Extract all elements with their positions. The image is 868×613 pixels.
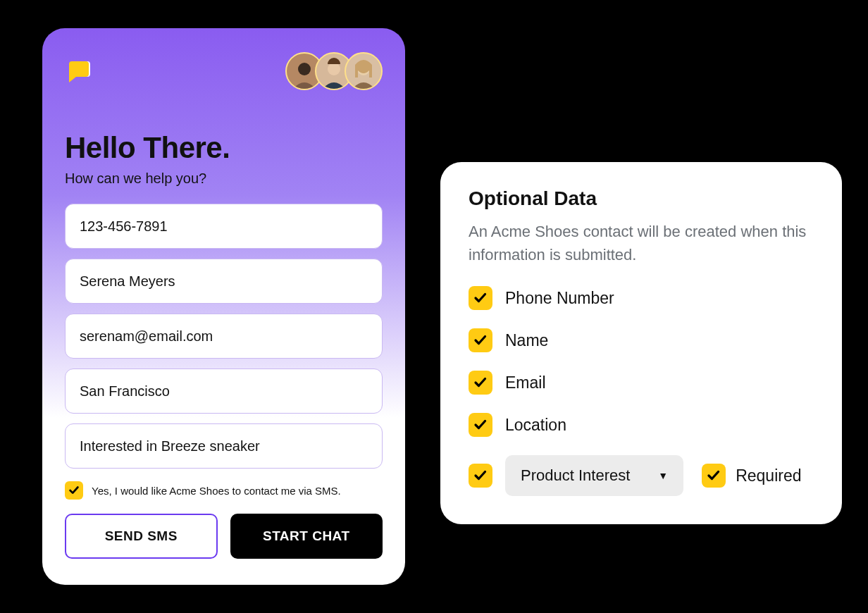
consent-checkbox[interactable] <box>65 481 83 500</box>
option-row-phone: Phone Number <box>469 286 814 310</box>
consent-row: Yes, I would like Acme Shoes to contact … <box>65 481 383 500</box>
settings-title: Optional Data <box>469 187 814 210</box>
option-label: Email <box>505 373 546 392</box>
name-field[interactable]: Serena Meyers <box>65 259 383 304</box>
option-label: Phone Number <box>505 289 614 308</box>
consent-text: Yes, I would like Acme Shoes to contact … <box>92 485 341 497</box>
location-field[interactable]: San Francisco <box>65 369 383 414</box>
check-icon <box>473 375 488 390</box>
settings-description: An Acme Shoes contact will be created wh… <box>469 220 814 266</box>
chat-title: Hello There. <box>65 131 383 165</box>
chevron-down-icon: ▼ <box>658 470 668 481</box>
product-interest-select[interactable]: Product Interest ▼ <box>505 455 683 496</box>
location-value: San Francisco <box>80 383 170 400</box>
option-label: Location <box>505 416 566 435</box>
required-group: Required <box>702 464 801 488</box>
send-sms-button[interactable]: SEND SMS <box>65 514 218 559</box>
send-sms-label: SEND SMS <box>105 528 178 544</box>
option-checkbox[interactable] <box>469 464 492 488</box>
interest-field[interactable]: Interested in Breeze sneaker <box>65 423 383 469</box>
chat-bubble-icon <box>65 57 93 85</box>
option-checkbox[interactable] <box>469 371 492 395</box>
button-row: SEND SMS START CHAT <box>65 514 383 559</box>
required-checkbox[interactable] <box>702 464 726 488</box>
email-field[interactable]: serenam@email.com <box>65 314 383 359</box>
start-chat-label: START CHAT <box>263 528 350 544</box>
option-label: Name <box>505 331 548 350</box>
check-icon <box>473 333 488 348</box>
check-icon <box>473 417 488 433</box>
option-row-select: Product Interest ▼ Required <box>469 455 814 496</box>
option-row-location: Location <box>469 413 814 437</box>
chat-header <box>65 52 383 90</box>
select-value: Product Interest <box>521 466 630 485</box>
svg-point-0 <box>298 63 311 75</box>
option-checkbox[interactable] <box>469 413 492 437</box>
check-icon <box>706 468 721 483</box>
start-chat-button[interactable]: START CHAT <box>230 514 383 559</box>
check-icon <box>68 484 80 497</box>
svg-point-1 <box>328 63 340 75</box>
agent-avatars <box>294 52 383 90</box>
chat-widget: Hello There. How can we help you? 123-45… <box>42 28 405 585</box>
option-row-name: Name <box>469 328 814 352</box>
option-checkbox[interactable] <box>469 286 492 310</box>
chat-subtitle: How can we help you? <box>65 171 383 187</box>
avatar <box>345 52 383 90</box>
email-value: serenam@email.com <box>80 328 213 345</box>
check-icon <box>473 468 488 483</box>
phone-value: 123-456-7891 <box>80 218 168 235</box>
option-checkbox[interactable] <box>469 328 492 352</box>
phone-field[interactable]: 123-456-7891 <box>65 204 383 249</box>
optional-data-card: Optional Data An Acme Shoes contact will… <box>440 162 842 524</box>
check-icon <box>473 290 488 306</box>
name-value: Serena Meyers <box>80 273 175 290</box>
required-label: Required <box>736 466 801 485</box>
interest-value: Interested in Breeze sneaker <box>80 438 260 454</box>
option-row-email: Email <box>469 371 814 395</box>
